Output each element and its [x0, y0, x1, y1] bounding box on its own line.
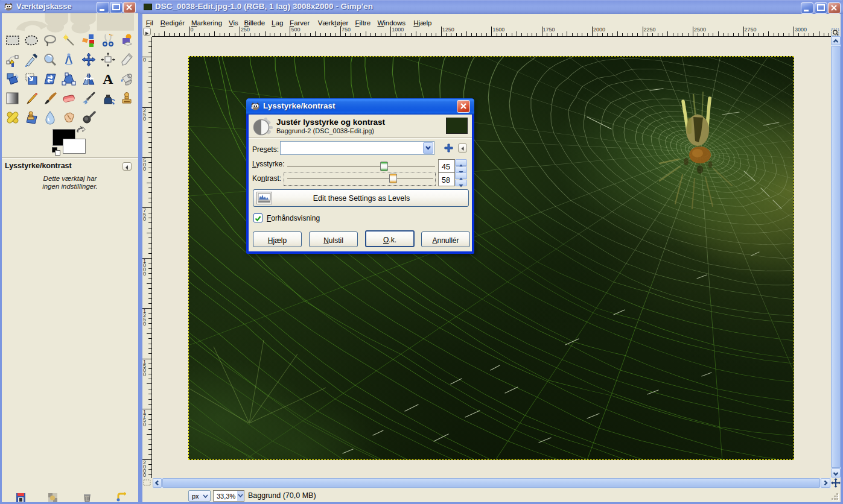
- svg-text:A: A: [103, 72, 113, 86]
